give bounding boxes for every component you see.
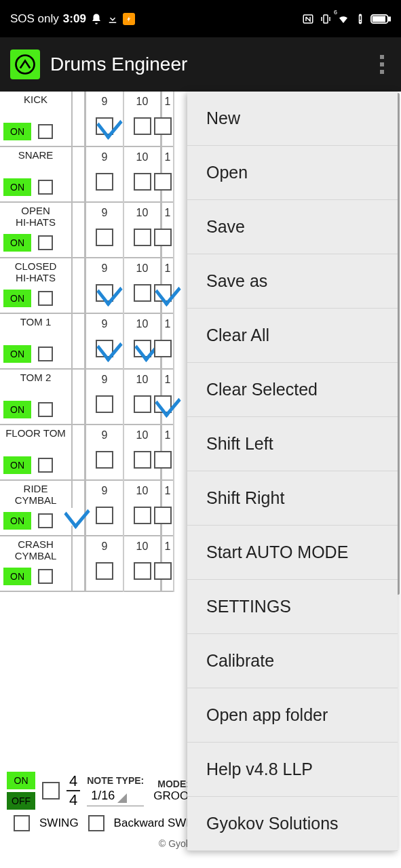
grid-cell[interactable]: 9	[86, 370, 123, 425]
time: 3:09	[63, 12, 86, 26]
grid-cell[interactable]: 9	[86, 425, 123, 481]
cell-checkbox[interactable]	[134, 451, 151, 469]
grid-cell[interactable]: 9	[86, 481, 123, 536]
cell-number: 1	[165, 318, 171, 330]
cell-checkbox[interactable]	[154, 340, 172, 357]
grid-cell[interactable]: 1	[162, 481, 173, 536]
track-checkbox[interactable]	[38, 180, 53, 195]
cell-checkbox[interactable]	[154, 562, 172, 580]
grid-cell[interactable]: 1	[162, 536, 173, 592]
app-indicator-icon	[123, 13, 135, 25]
grid-cell[interactable]: 9	[86, 92, 123, 147]
track-checkbox[interactable]	[38, 402, 53, 417]
svg-point-8	[16, 56, 35, 74]
cell-checkbox[interactable]	[96, 340, 113, 357]
track-checkbox[interactable]	[38, 291, 53, 306]
track-on-button[interactable]: ON	[3, 456, 31, 474]
track-name: FLOOR TOM	[0, 428, 71, 439]
menu-item[interactable]: Gyokov Solutions	[187, 797, 398, 851]
cell-checkbox[interactable]	[134, 229, 151, 246]
cell-checkbox[interactable]	[154, 451, 172, 469]
cell-checkbox[interactable]	[134, 284, 151, 302]
grid-cell[interactable]: 9	[86, 314, 123, 370]
menu-item[interactable]: Clear Selected	[187, 363, 398, 417]
svg-rect-1	[324, 15, 328, 23]
menu-item[interactable]: Save as	[187, 254, 398, 309]
cell-checkbox[interactable]	[96, 229, 113, 246]
track-checkbox[interactable]	[38, 235, 53, 250]
grid-cell[interactable]: 1	[162, 203, 173, 258]
cell-checkbox[interactable]	[134, 173, 151, 191]
grid-cell[interactable]: 9	[86, 203, 123, 258]
swing-checkbox[interactable]	[14, 815, 30, 831]
menu-item[interactable]: Help v4.8 LLP	[187, 743, 398, 797]
menu-item[interactable]: Shift Right	[187, 471, 398, 526]
cell-checkbox[interactable]	[154, 507, 172, 524]
cell-checkbox[interactable]	[154, 117, 172, 135]
track-name: TOM 1	[0, 317, 71, 328]
menu-item[interactable]: Start AUTO MODE	[187, 526, 398, 580]
cell-checkbox[interactable]	[154, 284, 172, 302]
cell-checkbox[interactable]	[134, 507, 151, 524]
grid-cell[interactable]: 9	[86, 536, 123, 592]
grid-cell[interactable]: 1	[162, 370, 173, 425]
cell-checkbox[interactable]	[96, 173, 113, 191]
overflow-menu-button[interactable]	[373, 48, 391, 81]
menu-item[interactable]: Calibrate	[187, 634, 398, 688]
time-signature[interactable]: 4 4	[66, 772, 80, 809]
track-on-button[interactable]: ON	[3, 512, 31, 530]
track-on-button[interactable]: ON	[3, 345, 31, 363]
dropdown-icon	[117, 793, 127, 803]
menu-item[interactable]: Open	[187, 146, 398, 200]
cell-checkbox[interactable]	[134, 340, 151, 357]
cell-number: 10	[136, 207, 149, 219]
track-on-button[interactable]: ON	[3, 290, 31, 307]
menu-item[interactable]: Open app folder	[187, 688, 398, 743]
track-on-button[interactable]: ON	[3, 401, 31, 418]
download-icon	[107, 13, 119, 25]
cell-checkbox[interactable]	[134, 117, 151, 135]
global-off-button[interactable]: OFF	[7, 792, 35, 810]
grid-cell[interactable]: 1	[162, 147, 173, 203]
track-checkbox[interactable]	[38, 513, 53, 528]
track-checkbox[interactable]	[38, 569, 53, 584]
track-checkbox[interactable]	[38, 347, 53, 361]
battery-icon	[370, 14, 391, 24]
cell-checkbox[interactable]	[134, 562, 151, 580]
grid-cell[interactable]: 9	[86, 258, 123, 314]
track-name: CRASH CYMBAL	[0, 539, 71, 561]
track-checkbox[interactable]	[38, 458, 53, 473]
menu-item[interactable]: Clear All	[187, 309, 398, 363]
cell-checkbox[interactable]	[96, 395, 113, 413]
menu-item[interactable]: SETTINGS	[187, 580, 398, 634]
grid-cell[interactable]: 1	[162, 92, 173, 147]
grid-cell[interactable]: 9	[86, 147, 123, 203]
note-type-select[interactable]: 1/16	[87, 786, 144, 806]
track-on-button[interactable]: ON	[3, 178, 31, 196]
cell-checkbox[interactable]	[134, 395, 151, 413]
svg-rect-4	[360, 21, 361, 22]
backward-swing-label: Backward SWI	[114, 816, 189, 830]
cell-checkbox[interactable]	[154, 229, 172, 246]
cell-checkbox[interactable]	[154, 173, 172, 191]
menu-item[interactable]: New	[187, 92, 398, 146]
track-on-button[interactable]: ON	[3, 234, 31, 252]
grid-cell[interactable]: 1	[162, 258, 173, 314]
track-on-button[interactable]: ON	[3, 123, 31, 140]
cell-checkbox[interactable]	[96, 284, 113, 302]
track-checkbox[interactable]	[38, 124, 53, 139]
grid-cell[interactable]: 1	[162, 314, 173, 370]
grid-cell[interactable]: 1	[162, 425, 173, 481]
track-on-button[interactable]: ON	[3, 568, 31, 585]
menu-item[interactable]: Save	[187, 200, 398, 254]
global-on-button[interactable]: ON	[7, 772, 35, 789]
menu-item[interactable]: Shift Left	[187, 417, 398, 471]
cell-checkbox[interactable]	[154, 395, 172, 413]
cell-checkbox[interactable]	[96, 562, 113, 580]
cell-checkbox[interactable]	[96, 117, 113, 135]
backward-swing-checkbox[interactable]	[88, 815, 104, 831]
cell-checkbox[interactable]	[96, 451, 113, 469]
global-checkbox[interactable]	[42, 782, 60, 800]
cell-checkbox[interactable]	[96, 507, 113, 524]
svg-rect-3	[360, 16, 361, 20]
